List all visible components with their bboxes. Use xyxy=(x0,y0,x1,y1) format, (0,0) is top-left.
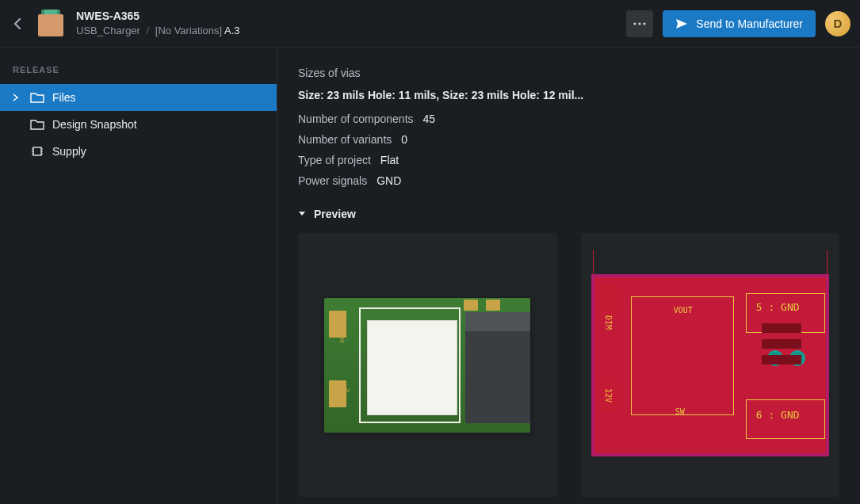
folder-icon xyxy=(30,117,44,132)
field-value: 45 xyxy=(423,113,436,125)
field-row-variants: Number of variants 0 xyxy=(298,133,839,146)
pcb-label-12v: 12V xyxy=(338,387,350,394)
svg-point-1 xyxy=(639,22,641,25)
sidebar: RELEASE Files Design Snapshot Supply xyxy=(0,48,277,504)
sizes-of-vias-label: Sizes of vias xyxy=(298,67,839,79)
field-row-power-signals: Power signals GND xyxy=(298,174,839,187)
header: NWES-A365 USB_Charger / [No Variations] … xyxy=(0,0,860,48)
sidebar-item-design-snapshot[interactable]: Design Snapshot xyxy=(0,111,277,138)
user-avatar[interactable]: D xyxy=(825,11,850,36)
preview-grid: DIM 12V DIM xyxy=(298,233,839,497)
pcb-label-gnd6: 6 : GND xyxy=(756,409,800,421)
svg-point-2 xyxy=(644,22,646,25)
pcb-label-gnd5: 5 : GND xyxy=(756,301,800,313)
field-key: Power signals xyxy=(298,174,367,187)
pcb-label-vout: VOUT xyxy=(674,306,693,315)
pcb-label-dim: DIM xyxy=(338,331,346,343)
breadcrumb-project[interactable]: USB_Charger xyxy=(76,25,140,36)
folder-icon xyxy=(30,90,44,105)
sidebar-item-supply[interactable]: Supply xyxy=(0,138,277,165)
breadcrumb-revision: A.3 xyxy=(224,25,240,36)
pcb-label-sw: SW xyxy=(675,407,685,416)
breadcrumb-variation: [No Variations] xyxy=(155,25,222,36)
caret-down-icon xyxy=(298,211,306,217)
more-horizontal-icon xyxy=(633,22,646,25)
back-button[interactable] xyxy=(8,14,27,33)
send-button-label: Send to Manufacturer xyxy=(696,17,803,30)
svg-rect-3 xyxy=(33,147,41,155)
breadcrumb-separator: / xyxy=(147,25,150,36)
field-row-project-type: Type of project Flat xyxy=(298,154,839,166)
chevron-right-icon xyxy=(13,94,22,101)
sidebar-item-label: Design Snapshot xyxy=(52,118,137,131)
field-key: Type of project xyxy=(298,154,371,166)
pcb-2d-layout: DIM 12V VOUT SW 5 : GND 6 : GND xyxy=(591,274,829,456)
content: Sizes of vias Size: 23 mils Hole: 11 mil… xyxy=(277,48,860,504)
field-key: Number of variants xyxy=(298,133,392,146)
title-block: NWES-A365 USB_Charger / [No Variations] … xyxy=(76,9,626,39)
preview-3d[interactable]: DIM 12V xyxy=(298,233,557,497)
sizes-of-vias-value: Size: 23 mils Hole: 11 mils, Size: 23 mi… xyxy=(298,89,839,101)
project-title: NWES-A365 xyxy=(76,9,626,25)
field-row-components: Number of components 45 xyxy=(298,113,839,125)
svg-point-0 xyxy=(634,22,636,25)
field-value: 0 xyxy=(401,133,407,146)
chevron-left-icon xyxy=(13,18,21,29)
field-value: GND xyxy=(376,174,401,187)
breadcrumb: USB_Charger / [No Variations] A.3 xyxy=(76,24,626,38)
field-key: Number of components xyxy=(298,113,414,125)
send-icon xyxy=(675,18,688,29)
field-value: Flat xyxy=(380,154,399,166)
preview-label: Preview xyxy=(314,208,356,220)
sidebar-item-label: Supply xyxy=(52,145,86,158)
pcb-label-dim: DIM xyxy=(604,315,613,330)
sidebar-item-files[interactable]: Files xyxy=(0,84,277,111)
project-package-icon xyxy=(38,11,63,36)
sidebar-heading: RELEASE xyxy=(0,65,277,84)
pcb-3d-render: DIM 12V xyxy=(324,298,530,433)
chip-icon xyxy=(30,144,44,158)
preview-toggle[interactable]: Preview xyxy=(298,208,839,220)
more-button[interactable] xyxy=(626,10,653,37)
header-actions: Send to Manufacturer D xyxy=(626,10,850,37)
pcb-label-12v: 12V xyxy=(604,388,613,403)
preview-2d[interactable]: DIM 12V VOUT SW 5 : GND 6 : GND xyxy=(581,233,840,497)
sidebar-item-label: Files xyxy=(52,91,76,104)
send-to-manufacturer-button[interactable]: Send to Manufacturer xyxy=(663,10,816,37)
